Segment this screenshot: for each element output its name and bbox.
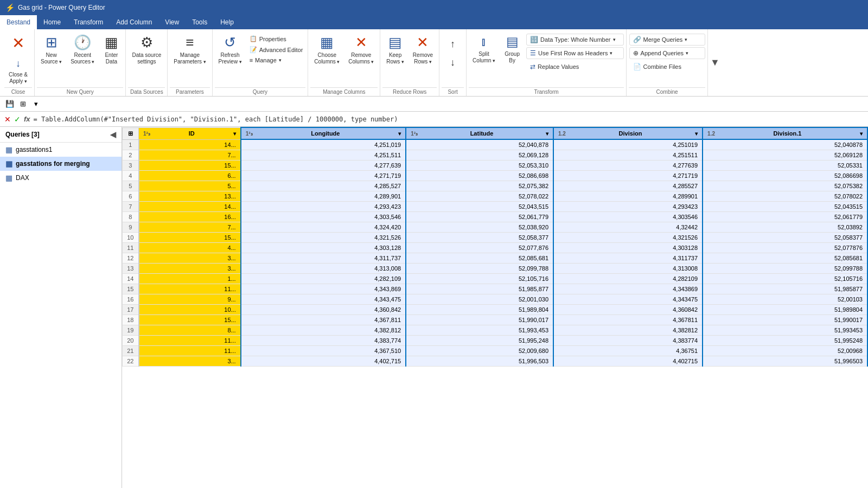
col-filter-id[interactable]: ▾	[233, 131, 236, 137]
col-type-division1: 1.2	[707, 131, 715, 137]
new-source-button[interactable]: ⊞ NewSource	[37, 31, 66, 68]
col-header-longitude[interactable]: 1²₃ Longitude ▾	[241, 127, 406, 139]
cell-longitude-20: 4,383,774	[241, 336, 406, 346]
append-queries-button[interactable]: ⊕ Append Queries	[629, 47, 705, 59]
table-row[interactable]: 13 3... 4,313,008 52,099,788 4,313008 52…	[123, 264, 868, 274]
formula-cancel-button[interactable]: ✕	[4, 115, 11, 124]
keep-rows-button[interactable]: ▤ KeepRows	[382, 31, 408, 68]
row-num-15: 15	[123, 284, 139, 294]
table-row[interactable]: 1 14... 4,251,019 52,040,878 4,251019 52…	[123, 139, 868, 150]
menu-transform[interactable]: Transform	[67, 15, 110, 29]
table-row[interactable]: 8 16... 4,303,546 52,061,779 4,303546 52…	[123, 212, 868, 222]
col-filter-latitude[interactable]: ▾	[546, 131, 548, 137]
cell-division1-15: 51,985877	[703, 284, 867, 294]
col-filter-division[interactable]: ▾	[695, 131, 698, 137]
group-by-icon: ▤	[506, 34, 519, 50]
col-header-latitude[interactable]: 1²₃ Latitude ▾	[406, 127, 553, 139]
table-row[interactable]: 11 4... 4,303,128 52,077,876 4,303128 52…	[123, 243, 868, 253]
table-row[interactable]: 15 11... 4,343,869 51,985,877 4,343869 5…	[123, 284, 868, 294]
new-source-label: NewSource	[41, 52, 62, 65]
close-apply-button[interactable]: ✕↓ Close & Apply	[5, 31, 31, 87]
recent-sources-button[interactable]: 🕐 RecentSources	[67, 31, 98, 68]
menu-tools[interactable]: Tools	[186, 15, 214, 29]
table-row[interactable]: 21 11... 4,367,510 52,009,680 4,36751 52…	[123, 346, 868, 356]
sort-group-label: Sort	[442, 87, 464, 95]
row-num-6: 6	[123, 191, 139, 202]
table-row[interactable]: 2 7... 4,251,511 52,069,128 4,251511 52,…	[123, 150, 868, 160]
table-row[interactable]: 3 15... 4,277,639 52,053,310 4,277639 52…	[123, 160, 868, 171]
query-item-dax[interactable]: ▦ DAX	[0, 171, 122, 185]
table-row[interactable]: 5 5... 4,285,527 52,075,382 4,285527 52,…	[123, 181, 868, 191]
data-type-button[interactable]: 🔢 Data Type: Whole Number	[526, 34, 624, 46]
combine-files-button[interactable]: 📄 Combine Files	[629, 61, 705, 73]
menu-home[interactable]: Home	[37, 15, 67, 29]
grid-view-button[interactable]: ⊞	[17, 99, 28, 110]
table-row[interactable]: 20 11... 4,383,774 51,995,248 4,383774 5…	[123, 336, 868, 346]
table-row[interactable]: 22 3... 4,402,715 51,996,503 4,402715 51…	[123, 356, 868, 367]
row-num-4: 4	[123, 171, 139, 181]
cell-id-14: 1...	[139, 274, 241, 284]
ribbon-group-close: ✕↓ Close & Apply Close	[2, 29, 35, 96]
combine-group-label: Combine	[629, 87, 705, 95]
col-header-id[interactable]: 1²₃ ID ▾	[139, 127, 241, 139]
advanced-editor-button[interactable]: 📝 Advanced Editor	[247, 44, 306, 55]
choose-columns-label: ChooseColumns	[314, 52, 340, 65]
ribbon-group-new-query: ⊞ NewSource 🕐 RecentSources ▦ EnterData …	[35, 29, 126, 96]
remove-rows-button[interactable]: ✕ RemoveRows	[409, 31, 437, 68]
table-row[interactable]: 12 3... 4,311,737 52,085,681 4,311737 52…	[123, 253, 868, 264]
menu-help[interactable]: Help	[214, 15, 240, 29]
data-source-settings-button[interactable]: ⚙ Data sourcesettings	[128, 31, 165, 68]
manage-button[interactable]: ≡ Manage	[247, 55, 306, 65]
col-header-division1[interactable]: 1.2 Division.1 ▾	[703, 127, 867, 139]
row-num-13: 13	[123, 264, 139, 274]
split-column-button[interactable]: ⫾ SplitColumn	[469, 31, 499, 67]
col-header-division[interactable]: 1.2 Division ▾	[553, 127, 703, 139]
save-button[interactable]: 💾	[4, 99, 15, 110]
table-row[interactable]: 6 13... 4,289,901 52,078,022 4,289901 52…	[123, 191, 868, 202]
replace-values-button[interactable]: ⇄ Replace Values	[526, 61, 624, 73]
table-row[interactable]: 10 15... 4,321,526 52,058,377 4,321526 5…	[123, 233, 868, 243]
enter-data-button[interactable]: ▦ EnterData	[99, 31, 123, 68]
col-filter-division1[interactable]: ▾	[860, 131, 863, 137]
remove-columns-button[interactable]: ✕ RemoveColumns	[344, 31, 378, 68]
menu-add-column[interactable]: Add Column	[110, 15, 158, 29]
query-item-gasstations-merging[interactable]: ▦ gasstations for merging	[0, 157, 122, 171]
data-table-wrapper[interactable]: ⊞ 1²₃ ID ▾ 1²₃ Longitud	[122, 127, 868, 488]
menu-bestand[interactable]: Bestand	[0, 15, 37, 29]
manage-parameters-button[interactable]: ≡ ManageParameters	[170, 31, 209, 68]
sort-desc-button[interactable]: ↓	[445, 54, 461, 72]
properties-button[interactable]: 📋 Properties	[247, 34, 306, 44]
sort-asc-button[interactable]: ↑	[445, 36, 461, 53]
col-label-division1: Division.1	[774, 130, 802, 137]
refresh-preview-button[interactable]: ↺ RefreshPreview	[215, 31, 246, 68]
collapse-panel-button[interactable]: ◀	[110, 130, 116, 139]
data-sources-buttons: ⚙ Data sourcesettings	[128, 31, 165, 87]
table-row[interactable]: 7 14... 4,293,423 52,043,515 4,293423 52…	[123, 202, 868, 212]
cell-latitude-11: 52,077,876	[406, 243, 553, 253]
toolbar-dropdown-button[interactable]: ▾	[30, 99, 41, 110]
row-num-17: 17	[123, 305, 139, 315]
formula-confirm-button[interactable]: ✓	[14, 115, 21, 124]
table-row[interactable]: 17 10... 4,360,842 51,989,804 4,360842 5…	[123, 305, 868, 315]
table-row[interactable]: 14 1... 4,282,109 52,105,716 4,282109 52…	[123, 274, 868, 284]
ribbon-overflow[interactable]: ▼	[708, 29, 722, 96]
col-filter-longitude[interactable]: ▾	[398, 131, 401, 137]
col-label-division: Division	[619, 130, 642, 137]
table-row[interactable]: 19 8... 4,382,812 51,993,453 4,382812 51…	[123, 325, 868, 336]
table-row[interactable]: 16 9... 4,343,475 52,001,030 4,343475 52…	[123, 294, 868, 305]
cell-division-9: 4,32442	[553, 222, 703, 233]
cell-division1-16: 52,00103	[703, 294, 867, 305]
queries-header: Queries [3] ◀	[0, 127, 122, 143]
table-row[interactable]: 9 7... 4,324,420 52,038,920 4,32442 52,0…	[123, 222, 868, 233]
menu-view[interactable]: View	[158, 15, 186, 29]
use-first-row-button[interactable]: ☰ Use First Row as Headers	[526, 47, 624, 59]
ribbon-overflow-icon: ▼	[710, 57, 720, 68]
query-item-gasstations1[interactable]: ▦ gasstations1	[0, 143, 122, 157]
table-row[interactable]: 4 6... 4,271,719 52,086,698 4,271719 52,…	[123, 171, 868, 181]
group-by-button[interactable]: ▤ GroupBy	[500, 31, 524, 67]
merge-queries-button[interactable]: 🔗 Merge Queries	[629, 34, 705, 46]
cell-longitude-18: 4,367,811	[241, 315, 406, 325]
table-row[interactable]: 18 15... 4,367,811 51,990,017 4,367811 5…	[123, 315, 868, 325]
formula-input[interactable]: = Table.AddColumn(#"Inserted Division", …	[34, 115, 864, 123]
choose-columns-button[interactable]: ▦ ChooseColumns	[310, 31, 343, 68]
